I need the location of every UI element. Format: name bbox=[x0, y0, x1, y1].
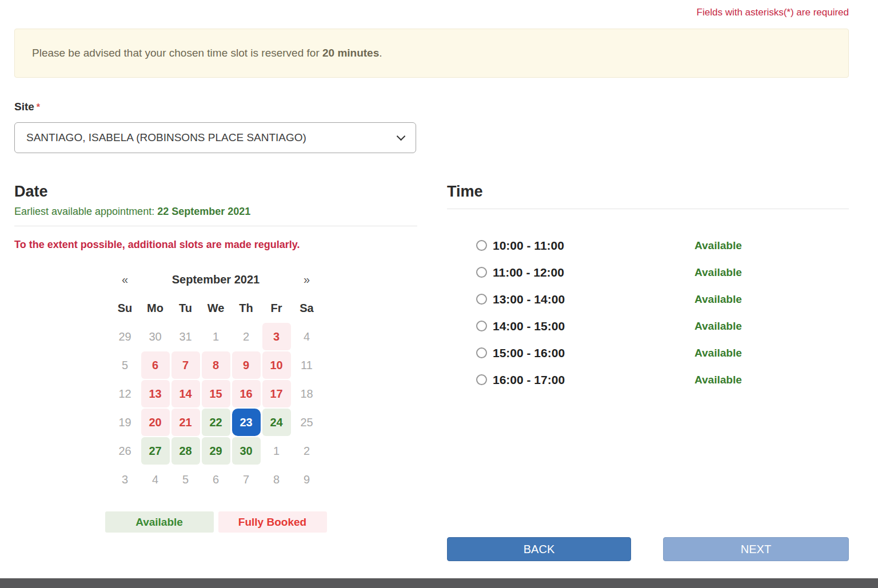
reservation-notice-banner: Please be advised that your chosen time … bbox=[14, 29, 849, 78]
date-divider bbox=[14, 226, 417, 226]
calendar-day-10-booked: 10 bbox=[262, 351, 291, 379]
time-slot-radio-5[interactable] bbox=[476, 374, 487, 385]
calendar-weekday-mo: Mo bbox=[141, 294, 170, 322]
calendar-day-17-booked: 17 bbox=[262, 380, 291, 407]
time-slot-radio-1[interactable] bbox=[476, 267, 487, 278]
calendar-day-26-muted: 26 bbox=[111, 437, 139, 465]
calendar-next-button[interactable]: » bbox=[293, 266, 321, 293]
calendar: « September 2021 » SuMoTuWeThFrSa 293031… bbox=[109, 265, 323, 494]
calendar-day-3-muted: 3 bbox=[111, 466, 139, 493]
calendar-weekday-th: Th bbox=[232, 294, 261, 322]
time-slot-radio-3[interactable] bbox=[476, 321, 487, 331]
calendar-day-12-muted: 12 bbox=[111, 380, 139, 407]
calendar-weekday-fr: Fr bbox=[262, 294, 291, 322]
time-slot-radio-4[interactable] bbox=[476, 347, 487, 358]
calendar-day-1-muted: 1 bbox=[202, 323, 230, 350]
calendar-day-22-available[interactable]: 22 bbox=[202, 409, 230, 436]
time-slot-status: Available bbox=[695, 374, 742, 386]
time-slot-status: Available bbox=[695, 347, 742, 359]
calendar-day-7-booked: 7 bbox=[171, 351, 200, 379]
calendar-weekday-we: We bbox=[202, 294, 230, 322]
calendar-day-11-muted: 11 bbox=[293, 351, 321, 379]
calendar-day-8-booked: 8 bbox=[202, 351, 230, 379]
appointment-page: Fields with asterisks(*) are required Pl… bbox=[14, 0, 849, 561]
calendar-day-29-available[interactable]: 29 bbox=[202, 437, 230, 465]
legend-available: Available bbox=[105, 511, 214, 533]
earliest-appointment-note: Earliest available appointment: 22 Septe… bbox=[14, 206, 417, 218]
calendar-day-13-booked: 13 bbox=[141, 380, 170, 407]
calendar-day-29-muted: 29 bbox=[111, 323, 139, 350]
required-fields-note: Fields with asterisks(*) are required bbox=[14, 6, 849, 18]
calendar-weekday-row: SuMoTuWeThFrSa bbox=[111, 294, 321, 322]
earliest-label: Earliest available appointment: bbox=[14, 206, 154, 217]
time-slot-row: 15:00 - 16:00Available bbox=[476, 339, 849, 366]
time-section-title: Time bbox=[447, 183, 849, 201]
calendar-month-title: September 2021 bbox=[141, 266, 291, 293]
site-label: Site* bbox=[14, 101, 849, 113]
time-slot-status: Available bbox=[695, 320, 742, 333]
calendar-day-21-booked: 21 bbox=[171, 409, 200, 436]
back-button[interactable]: BACK bbox=[447, 537, 631, 561]
calendar-day-31-muted: 31 bbox=[171, 323, 200, 350]
time-slot-label: 11:00 - 12:00 bbox=[493, 266, 695, 279]
time-slot-status: Available bbox=[695, 293, 742, 306]
time-slot-row: 16:00 - 17:00Available bbox=[476, 366, 849, 393]
site-label-text: Site bbox=[14, 101, 34, 113]
required-asterisk: * bbox=[37, 102, 40, 112]
calendar-day-28-available[interactable]: 28 bbox=[171, 437, 200, 465]
time-slot-row: 10:00 - 11:00Available bbox=[476, 232, 849, 259]
calendar-day-9-booked: 9 bbox=[232, 351, 261, 379]
time-slot-row: 11:00 - 12:00Available bbox=[476, 259, 849, 286]
notice-suffix: . bbox=[379, 47, 382, 59]
calendar-day-24-available[interactable]: 24 bbox=[262, 409, 291, 436]
earliest-value: 22 September 2021 bbox=[157, 206, 250, 217]
time-slot-radio-0[interactable] bbox=[476, 240, 487, 251]
calendar-weekday-tu: Tu bbox=[171, 294, 200, 322]
calendar-weekday-su: Su bbox=[111, 294, 139, 322]
calendar-day-20-booked: 20 bbox=[141, 409, 170, 436]
calendar-day-16-booked: 16 bbox=[232, 380, 261, 407]
calendar-day-5-muted: 5 bbox=[171, 466, 200, 493]
slots-warning-note: To the extent possible, additional slots… bbox=[14, 239, 417, 251]
content-columns: Date Earliest available appointment: 22 … bbox=[14, 183, 849, 561]
form-actions: BACK NEXT bbox=[447, 537, 849, 561]
time-slot-row: 13:00 - 14:00Available bbox=[476, 286, 849, 313]
calendar-grid: 2930311234567891011121314151617181920212… bbox=[111, 323, 321, 493]
calendar-day-30-available[interactable]: 30 bbox=[232, 437, 261, 465]
bottom-bar bbox=[0, 578, 878, 588]
calendar-day-9-muted: 9 bbox=[293, 466, 321, 493]
calendar-day-4-muted: 4 bbox=[141, 466, 170, 493]
chevron-down-icon bbox=[397, 131, 406, 141]
site-select-value: SANTIAGO, ISABELA (ROBINSONS PLACE SANTI… bbox=[26, 131, 306, 144]
time-slot-label: 16:00 - 17:00 bbox=[493, 373, 695, 387]
calendar-day-6-booked: 6 bbox=[141, 351, 170, 379]
calendar-day-5-muted: 5 bbox=[111, 351, 139, 379]
time-slot-list: 10:00 - 11:00Available11:00 - 12:00Avail… bbox=[447, 232, 849, 393]
notice-text: Please be advised that your chosen time … bbox=[32, 47, 322, 59]
calendar-day-27-available[interactable]: 27 bbox=[141, 437, 170, 465]
site-select[interactable]: SANTIAGO, ISABELA (ROBINSONS PLACE SANTI… bbox=[14, 122, 416, 153]
date-section: Date Earliest available appointment: 22 … bbox=[14, 183, 417, 561]
legend-booked: Fully Booked bbox=[218, 511, 327, 533]
calendar-day-2-muted: 2 bbox=[293, 437, 321, 465]
calendar-day-15-booked: 15 bbox=[202, 380, 230, 407]
calendar-day-18-muted: 18 bbox=[293, 380, 321, 407]
notice-bold-text: 20 minutes bbox=[322, 47, 379, 59]
time-divider bbox=[447, 209, 849, 209]
time-slot-label: 10:00 - 11:00 bbox=[493, 239, 695, 253]
calendar-prev-button[interactable]: « bbox=[111, 266, 139, 293]
time-slot-status: Available bbox=[695, 239, 742, 252]
time-slot-label: 15:00 - 16:00 bbox=[493, 346, 695, 360]
calendar-day-30-muted: 30 bbox=[141, 323, 170, 350]
calendar-day-7-muted: 7 bbox=[232, 466, 261, 493]
calendar-day-2-muted: 2 bbox=[232, 323, 261, 350]
next-button[interactable]: NEXT bbox=[663, 537, 849, 561]
calendar-day-25-muted: 25 bbox=[293, 409, 321, 436]
date-section-title: Date bbox=[14, 183, 417, 201]
calendar-day-23-selected[interactable]: 23 bbox=[232, 409, 261, 436]
calendar-day-14-booked: 14 bbox=[171, 380, 200, 407]
time-slot-row: 14:00 - 15:00Available bbox=[476, 313, 849, 339]
calendar-day-3-booked: 3 bbox=[262, 323, 291, 350]
time-slot-radio-2[interactable] bbox=[476, 294, 487, 305]
calendar-day-6-muted: 6 bbox=[202, 466, 230, 493]
